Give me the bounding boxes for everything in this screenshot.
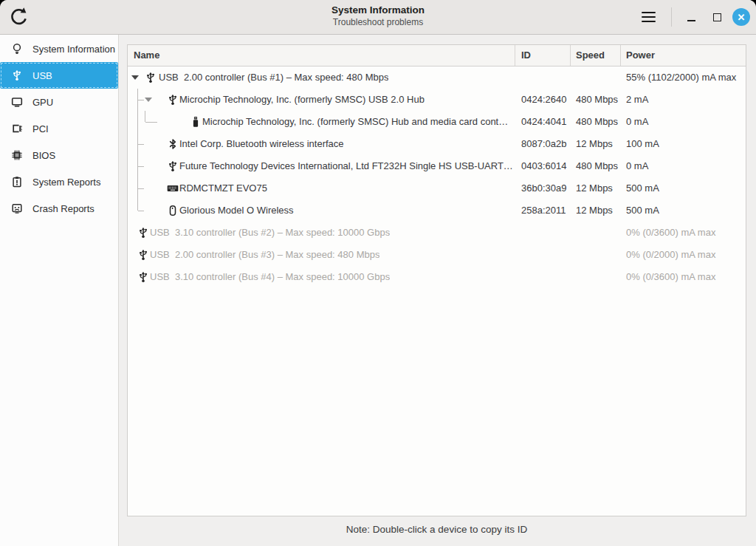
device-power: 500 mA bbox=[626, 199, 659, 222]
device-name: RDMCTMZT EVO75 bbox=[179, 177, 267, 199]
device-name: Glorious Model O Wireless bbox=[179, 199, 294, 222]
device-name: USB 2.00 controller (Bus #3) – Max speed… bbox=[150, 244, 379, 266]
app-window: System Information Troubleshoot problems… bbox=[0, 0, 756, 546]
device-id: 0424:2640 bbox=[521, 89, 566, 111]
device-power: 2 mA bbox=[626, 89, 648, 111]
device-name: Future Technology Devices International,… bbox=[179, 155, 513, 177]
table-row[interactable]: Future Technology Devices International,… bbox=[128, 155, 746, 177]
device-name: Intel Corp. Bluetooth wireless interface bbox=[179, 133, 344, 155]
device-name: USB 3.10 controller (Bus #4) – Max speed… bbox=[150, 266, 390, 288]
crash-face-icon bbox=[11, 202, 23, 214]
usb-icon bbox=[167, 160, 179, 172]
footer-note: Note: Double-click a device to copy its … bbox=[127, 522, 746, 537]
sidebar-item-label: System Reports bbox=[32, 177, 100, 188]
usb-icon bbox=[167, 94, 179, 106]
device-speed: 12 Mbps bbox=[576, 199, 613, 222]
expander-triangle-icon[interactable] bbox=[145, 98, 152, 102]
device-id: 258a:2011 bbox=[521, 199, 566, 222]
bluetooth-icon bbox=[167, 138, 179, 150]
mouse-icon bbox=[167, 205, 179, 216]
table-row[interactable]: Microchip Technology, Inc. (formerly SMS… bbox=[128, 111, 746, 133]
sidebar-item-label: System Information bbox=[32, 44, 115, 55]
device-name: Microchip Technology, Inc. (formerly SMS… bbox=[202, 111, 508, 133]
refresh-icon bbox=[7, 5, 31, 29]
usb-stick-icon bbox=[190, 116, 202, 128]
sidebar-item-system-information[interactable]: System Information bbox=[0, 35, 118, 62]
report-icon bbox=[11, 176, 23, 188]
window-controls: ✕ bbox=[636, 0, 750, 34]
close-x-icon: ✕ bbox=[738, 12, 746, 23]
device-power: 0% (0/3600) mA max bbox=[626, 222, 715, 244]
sidebar-item-gpu[interactable]: GPU bbox=[0, 89, 118, 115]
table-header: Name ID Speed Power bbox=[128, 45, 746, 66]
device-id: 36b0:30a9 bbox=[521, 177, 566, 199]
device-name: USB 3.10 controller (Bus #2) – Max speed… bbox=[150, 222, 390, 244]
device-power: 100 mA bbox=[626, 133, 659, 155]
device-speed: 480 Mbps bbox=[576, 155, 618, 177]
sidebar-item-label: BIOS bbox=[32, 150, 55, 161]
device-name: Microchip Technology, Inc. (formerly SMS… bbox=[179, 89, 425, 111]
device-power: 0% (0/2000) mA max bbox=[626, 244, 715, 266]
table-row[interactable]: Microchip Technology, Inc. (formerly SMS… bbox=[128, 89, 746, 111]
device-power: 0 mA bbox=[626, 155, 648, 177]
usb-icon bbox=[137, 227, 149, 239]
column-header-id[interactable]: ID bbox=[521, 45, 531, 66]
device-speed: 12 Mbps bbox=[576, 133, 613, 155]
device-id: 0424:4041 bbox=[521, 111, 566, 133]
usb-icon bbox=[137, 271, 149, 283]
device-table: Name ID Speed Power USB 2.00 controller … bbox=[127, 44, 746, 516]
close-button[interactable]: ✕ bbox=[732, 8, 750, 26]
pci-card-icon bbox=[11, 123, 23, 134]
device-speed: 12 Mbps bbox=[576, 177, 613, 199]
column-header-power[interactable]: Power bbox=[626, 45, 655, 66]
table-body: USB 2.00 controller (Bus #1) – Max speed… bbox=[128, 66, 746, 288]
sidebar-item-crash-reports[interactable]: Crash Reports bbox=[0, 195, 118, 222]
main-panel: Name ID Speed Power USB 2.00 controller … bbox=[119, 35, 756, 546]
sidebar-item-label: PCI bbox=[32, 123, 49, 134]
monitor-icon bbox=[11, 96, 23, 108]
chip-icon bbox=[11, 149, 23, 161]
device-power: 0% (0/3600) mA max bbox=[626, 266, 715, 288]
lightbulb-icon bbox=[11, 43, 23, 55]
table-row[interactable]: USB 2.00 controller (Bus #1) – Max speed… bbox=[128, 66, 746, 89]
device-power: 0 mA bbox=[626, 111, 648, 133]
sidebar-item-label: USB bbox=[32, 70, 52, 81]
sidebar-item-system-reports[interactable]: System Reports bbox=[0, 168, 118, 195]
maximize-button[interactable] bbox=[707, 7, 726, 27]
device-power: 500 mA bbox=[626, 177, 659, 199]
device-name: USB 2.00 controller (Bus #1) – Max speed… bbox=[159, 66, 388, 89]
sidebar: System InformationUSBGPUPCIBIOSSystem Re… bbox=[0, 35, 119, 546]
column-header-speed[interactable]: Speed bbox=[576, 45, 605, 66]
minimize-button[interactable] bbox=[682, 7, 701, 27]
maximize-icon bbox=[713, 13, 721, 21]
sidebar-item-pci[interactable]: PCI bbox=[0, 115, 118, 142]
refresh-button[interactable] bbox=[7, 5, 31, 29]
column-separator bbox=[570, 45, 571, 66]
device-power: 55% (1102/2000) mA max bbox=[626, 66, 736, 89]
device-speed: 480 Mbps bbox=[576, 89, 618, 111]
column-header-name[interactable]: Name bbox=[134, 45, 159, 66]
keyboard-icon bbox=[167, 182, 179, 194]
minimize-icon bbox=[687, 20, 695, 21]
table-row[interactable]: Glorious Model O Wireless258a:201112 Mbp… bbox=[128, 199, 746, 222]
usb-icon bbox=[11, 69, 23, 81]
table-row[interactable]: RDMCTMZT EVO7536b0:30a912 Mbps500 mA bbox=[128, 177, 746, 199]
table-row[interactable]: USB 2.00 controller (Bus #3) – Max speed… bbox=[128, 244, 746, 266]
sidebar-item-usb[interactable]: USB bbox=[0, 62, 118, 89]
device-id: 8087:0a2b bbox=[521, 133, 566, 155]
sidebar-item-label: Crash Reports bbox=[32, 203, 94, 214]
usb-icon bbox=[137, 249, 149, 261]
device-speed: 480 Mbps bbox=[576, 111, 618, 133]
sidebar-item-label: GPU bbox=[32, 97, 53, 108]
table-row[interactable]: USB 3.10 controller (Bus #4) – Max speed… bbox=[128, 266, 746, 288]
table-row[interactable]: USB 3.10 controller (Bus #2) – Max speed… bbox=[128, 222, 746, 244]
titlebar: System Information Troubleshoot problems… bbox=[0, 0, 756, 35]
column-separator bbox=[515, 45, 515, 66]
device-id: 0403:6014 bbox=[521, 155, 566, 177]
column-separator bbox=[620, 45, 621, 66]
expander-triangle-icon[interactable] bbox=[131, 75, 139, 80]
table-row[interactable]: Intel Corp. Bluetooth wireless interface… bbox=[128, 133, 746, 155]
menu-button[interactable] bbox=[636, 5, 661, 29]
sidebar-item-bios[interactable]: BIOS bbox=[0, 142, 118, 168]
controls-separator bbox=[671, 7, 672, 27]
